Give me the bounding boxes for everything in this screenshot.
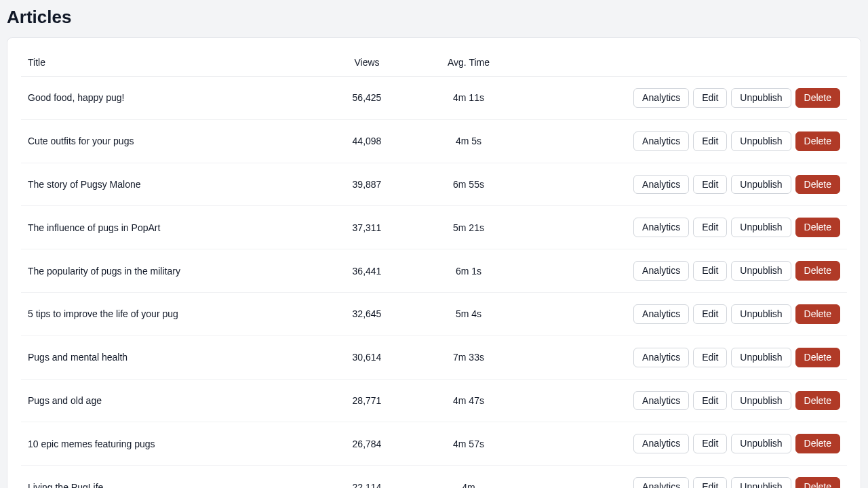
analytics-button[interactable]: Analytics <box>633 304 689 324</box>
cell-title: The story of Pugsy Malone <box>21 163 319 206</box>
table-row: Pugs and mental health30,6147m 33sAnalyt… <box>21 336 847 379</box>
row-actions: AnalyticsEditUnpublishDelete <box>633 218 840 237</box>
edit-button[interactable]: Edit <box>693 348 727 367</box>
table-row: The popularity of pugs in the military36… <box>21 249 847 293</box>
cell-actions: AnalyticsEditUnpublishDelete <box>523 77 847 120</box>
edit-button[interactable]: Edit <box>693 391 727 411</box>
cell-title: The influence of pugs in PopArt <box>21 206 319 249</box>
table-row: The influence of pugs in PopArt37,3115m … <box>21 206 847 249</box>
cell-avg-time: 6m 55s <box>414 163 523 206</box>
cell-avg-time: 4m 47s <box>414 379 523 422</box>
analytics-button[interactable]: Analytics <box>633 391 689 411</box>
unpublish-button[interactable]: Unpublish <box>731 348 791 367</box>
cell-title: Cute outfits for your pugs <box>21 119 319 163</box>
cell-title: Pugs and old age <box>21 379 319 422</box>
edit-button[interactable]: Edit <box>693 88 727 108</box>
delete-button[interactable]: Delete <box>795 348 840 367</box>
cell-title: The popularity of pugs in the military <box>21 249 319 293</box>
table-row: Pugs and old age28,7714m 47sAnalyticsEdi… <box>21 379 847 422</box>
edit-button[interactable]: Edit <box>693 175 727 195</box>
cell-views: 32,645 <box>319 292 414 336</box>
cell-avg-time: 5m 21s <box>414 206 523 249</box>
edit-button[interactable]: Edit <box>693 477 727 488</box>
col-header-actions <box>523 49 847 77</box>
cell-avg-time: 5m 4s <box>414 292 523 336</box>
cell-views: 39,887 <box>319 163 414 206</box>
cell-actions: AnalyticsEditUnpublishDelete <box>523 249 847 293</box>
row-actions: AnalyticsEditUnpublishDelete <box>633 391 840 411</box>
cell-avg-time: 4m 5s <box>414 119 523 163</box>
delete-button[interactable]: Delete <box>795 175 840 195</box>
row-actions: AnalyticsEditUnpublishDelete <box>633 88 840 108</box>
row-actions: AnalyticsEditUnpublishDelete <box>633 477 840 488</box>
table-row: 5 tips to improve the life of your pug32… <box>21 292 847 336</box>
cell-title: 5 tips to improve the life of your pug <box>21 292 319 336</box>
cell-views: 28,771 <box>319 379 414 422</box>
analytics-button[interactable]: Analytics <box>633 348 689 367</box>
row-actions: AnalyticsEditUnpublishDelete <box>633 304 840 324</box>
cell-actions: AnalyticsEditUnpublishDelete <box>523 379 847 422</box>
edit-button[interactable]: Edit <box>693 131 727 151</box>
col-header-views: Views <box>319 49 414 77</box>
table-row: Cute outfits for your pugs44,0984m 5sAna… <box>21 119 847 163</box>
delete-button[interactable]: Delete <box>795 88 840 108</box>
cell-actions: AnalyticsEditUnpublishDelete <box>523 292 847 336</box>
delete-button[interactable]: Delete <box>795 391 840 411</box>
cell-views: 36,441 <box>319 249 414 293</box>
row-actions: AnalyticsEditUnpublishDelete <box>633 261 840 281</box>
cell-views: 56,425 <box>319 77 414 120</box>
delete-button[interactable]: Delete <box>795 218 840 237</box>
unpublish-button[interactable]: Unpublish <box>731 391 791 411</box>
unpublish-button[interactable]: Unpublish <box>731 175 791 195</box>
edit-button[interactable]: Edit <box>693 304 727 324</box>
edit-button[interactable]: Edit <box>693 434 727 453</box>
unpublish-button[interactable]: Unpublish <box>731 88 791 108</box>
analytics-button[interactable]: Analytics <box>633 218 689 237</box>
row-actions: AnalyticsEditUnpublishDelete <box>633 434 840 453</box>
cell-avg-time: 7m 33s <box>414 336 523 379</box>
table-row: Good food, happy pug!56,4254m 11sAnalyti… <box>21 77 847 120</box>
col-header-avg-time: Avg. Time <box>414 49 523 77</box>
cell-actions: AnalyticsEditUnpublishDelete <box>523 336 847 379</box>
table-row: Living the PugLife22,1144mAnalyticsEditU… <box>21 466 847 488</box>
delete-button[interactable]: Delete <box>795 131 840 151</box>
page-title: Articles <box>7 7 861 28</box>
articles-card: Title Views Avg. Time Good food, happy p… <box>7 37 861 488</box>
col-header-title: Title <box>21 49 319 77</box>
cell-avg-time: 6m 1s <box>414 249 523 293</box>
cell-actions: AnalyticsEditUnpublishDelete <box>523 206 847 249</box>
cell-views: 22,114 <box>319 466 414 488</box>
cell-avg-time: 4m <box>414 466 523 488</box>
row-actions: AnalyticsEditUnpublishDelete <box>633 175 840 195</box>
cell-views: 26,784 <box>319 422 414 466</box>
cell-actions: AnalyticsEditUnpublishDelete <box>523 163 847 206</box>
cell-actions: AnalyticsEditUnpublishDelete <box>523 466 847 488</box>
analytics-button[interactable]: Analytics <box>633 131 689 151</box>
delete-button[interactable]: Delete <box>795 261 840 281</box>
analytics-button[interactable]: Analytics <box>633 434 689 453</box>
edit-button[interactable]: Edit <box>693 261 727 281</box>
analytics-button[interactable]: Analytics <box>633 477 689 488</box>
unpublish-button[interactable]: Unpublish <box>731 434 791 453</box>
unpublish-button[interactable]: Unpublish <box>731 131 791 151</box>
table-row: The story of Pugsy Malone39,8876m 55sAna… <box>21 163 847 206</box>
edit-button[interactable]: Edit <box>693 218 727 237</box>
cell-actions: AnalyticsEditUnpublishDelete <box>523 422 847 466</box>
unpublish-button[interactable]: Unpublish <box>731 218 791 237</box>
analytics-button[interactable]: Analytics <box>633 175 689 195</box>
articles-table: Title Views Avg. Time Good food, happy p… <box>21 49 847 488</box>
unpublish-button[interactable]: Unpublish <box>731 477 791 488</box>
cell-title: Pugs and mental health <box>21 336 319 379</box>
unpublish-button[interactable]: Unpublish <box>731 261 791 281</box>
cell-title: Good food, happy pug! <box>21 77 319 120</box>
unpublish-button[interactable]: Unpublish <box>731 304 791 324</box>
delete-button[interactable]: Delete <box>795 304 840 324</box>
analytics-button[interactable]: Analytics <box>633 88 689 108</box>
analytics-button[interactable]: Analytics <box>633 261 689 281</box>
row-actions: AnalyticsEditUnpublishDelete <box>633 131 840 151</box>
cell-views: 37,311 <box>319 206 414 249</box>
cell-title: Living the PugLife <box>21 466 319 488</box>
delete-button[interactable]: Delete <box>795 434 840 453</box>
delete-button[interactable]: Delete <box>795 477 840 488</box>
cell-views: 44,098 <box>319 119 414 163</box>
